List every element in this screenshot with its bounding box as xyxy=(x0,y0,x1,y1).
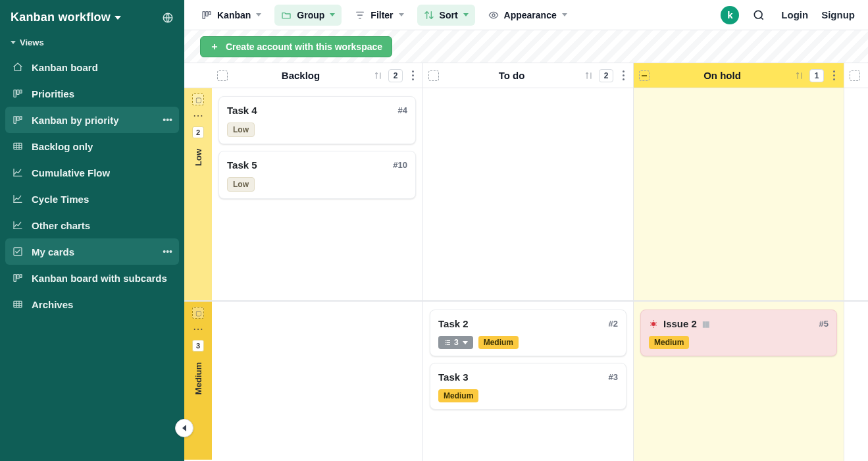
sidebar-item-priorities[interactable]: Priorities xyxy=(5,80,179,107)
toolbar: KanbanGroupFilterSortAppearance k Login … xyxy=(184,0,868,30)
caret-down-icon xyxy=(399,13,404,16)
toolbar-appearance-button[interactable]: Appearance xyxy=(482,5,574,26)
globe-icon[interactable] xyxy=(162,12,174,24)
kanban-icon xyxy=(201,10,212,20)
column-title: Backlog xyxy=(233,70,369,81)
card[interactable]: Issue 2▮▮#5Medium xyxy=(640,310,837,356)
caret-down-icon xyxy=(256,13,261,16)
svg-rect-13 xyxy=(203,11,205,18)
drag-handle-icon[interactable]: ▮▮ xyxy=(702,319,709,329)
swimlane-medium-onhold[interactable]: Issue 2▮▮#5Medium xyxy=(634,300,844,460)
card-title: Task 3 xyxy=(438,371,469,383)
column-sort-button[interactable] xyxy=(795,71,804,80)
plus-icon xyxy=(210,42,219,51)
svg-rect-9 xyxy=(14,275,16,282)
chevron-down-icon xyxy=(11,41,16,44)
sidebar-item-cycle-times[interactable]: Cycle Times xyxy=(5,186,179,212)
sidebar-item-label: Cumulative Flow xyxy=(32,167,110,178)
caret-down-icon xyxy=(115,16,121,20)
avatar[interactable]: k xyxy=(721,6,739,24)
svg-rect-1 xyxy=(14,90,16,97)
sidebar-item-kanban-board-with-subcards[interactable]: Kanban board with subcards xyxy=(5,265,179,291)
more-icon[interactable]: ••• xyxy=(163,246,172,257)
search-icon[interactable] xyxy=(752,9,765,22)
sort-icon xyxy=(424,10,434,20)
views-section-toggle[interactable]: Views xyxy=(0,32,184,51)
lane-menu-button[interactable]: ⋯ xyxy=(193,111,203,121)
column-onhold: On hold1Issue 2▮▮#5Medium xyxy=(633,63,844,461)
more-icon[interactable]: ••• xyxy=(163,115,172,125)
svg-rect-6 xyxy=(20,117,22,120)
swimlane-medium-backlog[interactable] xyxy=(212,300,422,460)
sidebar-item-backlog-only[interactable]: Backlog only xyxy=(5,133,179,159)
column-menu-button[interactable] xyxy=(619,70,628,80)
column-collapse-toggle[interactable] xyxy=(850,70,860,81)
priority-badge: Medium xyxy=(478,336,519,349)
svg-rect-10 xyxy=(17,275,19,279)
create-account-button[interactable]: Create account with this workspace xyxy=(200,36,392,57)
line-chart-icon xyxy=(12,167,24,178)
sidebar: Kanban workflow Views Kanban boardPriori… xyxy=(0,0,184,461)
column-count: 1 xyxy=(809,69,824,82)
svg-rect-12 xyxy=(14,301,22,307)
sidebar-item-kanban-by-priority[interactable]: Kanban by priority••• xyxy=(5,107,179,133)
folder-icon xyxy=(281,10,292,20)
sidebar-item-archives[interactable]: Archives xyxy=(5,291,179,317)
sidebar-item-label: Archives xyxy=(32,299,73,310)
toolbar-filter-button[interactable]: Filter xyxy=(348,5,410,26)
kanban-icon xyxy=(12,88,24,99)
lane-header-low[interactable]: ▢⋯2Low xyxy=(184,88,212,300)
column-header-todo: To do2 xyxy=(423,63,633,88)
svg-point-18 xyxy=(651,322,655,326)
toolbar-group-button[interactable]: Group xyxy=(274,5,342,26)
swimlane-low-onhold[interactable] xyxy=(634,88,844,300)
sidebar-item-my-cards[interactable]: My cards••• xyxy=(5,238,179,265)
column-backlog: Backlog2Task 4#4LowTask 5#10Low xyxy=(212,63,422,461)
board: ▢⋯2Low▢⋯3Medium Backlog2Task 4#4LowTask … xyxy=(184,63,868,461)
signup-link[interactable]: Signup xyxy=(819,9,857,20)
sidebar-item-other-charts[interactable]: Other charts xyxy=(5,212,179,238)
lane-collapse-toggle[interactable]: ▢ xyxy=(192,94,204,105)
lane-count: 2 xyxy=(192,126,204,138)
subtasks-badge[interactable]: 3 xyxy=(438,336,473,349)
line-chart-icon xyxy=(12,193,24,205)
sidebar-item-label: My cards xyxy=(32,246,74,258)
svg-rect-15 xyxy=(209,11,211,14)
sidebar-item-label: Priorities xyxy=(32,88,74,99)
collapse-sidebar-button[interactable] xyxy=(175,419,193,437)
svg-point-16 xyxy=(492,14,495,16)
lane-collapse-toggle[interactable]: ▢ xyxy=(192,307,204,319)
workspace-switcher[interactable]: Kanban workflow xyxy=(11,11,121,24)
swimlane-low-todo[interactable] xyxy=(423,88,633,300)
svg-rect-7 xyxy=(14,143,22,149)
card[interactable]: Task 5#10Low xyxy=(218,151,416,199)
svg-rect-4 xyxy=(14,117,16,124)
sidebar-item-cumulative-flow[interactable]: Cumulative Flow xyxy=(5,159,179,186)
priority-badge: Medium xyxy=(438,389,478,402)
login-link[interactable]: Login xyxy=(779,9,811,20)
sidebar-item-label: Kanban board with subcards xyxy=(32,273,167,284)
column-collapse-toggle[interactable] xyxy=(428,70,439,81)
lane-menu-button[interactable]: ⋯ xyxy=(193,324,203,335)
sidebar-item-kanban-board[interactable]: Kanban board xyxy=(5,54,179,80)
column-sort-button[interactable] xyxy=(584,71,594,80)
card[interactable]: Task 3#3Medium xyxy=(430,363,626,410)
priority-badge: Medium xyxy=(649,336,689,349)
svg-rect-11 xyxy=(20,275,22,278)
lane-label: Low xyxy=(193,149,203,166)
swimlane-low-backlog[interactable]: Task 4#4LowTask 5#10Low xyxy=(212,88,422,300)
toolbar-sort-button[interactable]: Sort xyxy=(417,5,475,26)
column-collapse-toggle[interactable] xyxy=(639,70,650,81)
column-extra xyxy=(844,63,868,461)
column-menu-button[interactable] xyxy=(408,70,417,80)
lane-label: Medium xyxy=(193,362,203,394)
card[interactable]: Task 2#23Medium xyxy=(430,310,626,356)
swimlane-medium-todo[interactable]: Task 2#23MediumTask 3#3Medium xyxy=(423,300,633,460)
svg-rect-3 xyxy=(20,90,22,94)
toolbar-kanban-button[interactable]: Kanban xyxy=(195,5,268,26)
card[interactable]: Task 4#4Low xyxy=(218,96,416,144)
column-collapse-toggle[interactable] xyxy=(217,70,228,81)
column-sort-button[interactable] xyxy=(374,71,383,80)
column-menu-button[interactable] xyxy=(829,70,838,80)
toolbar-button-label: Filter xyxy=(370,10,393,20)
